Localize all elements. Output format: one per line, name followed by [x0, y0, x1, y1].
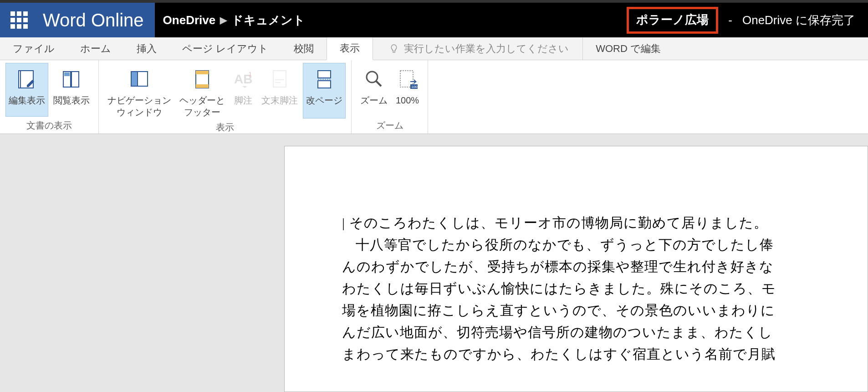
svg-text:100: 100	[411, 85, 418, 89]
brand-block: Word Online	[0, 3, 155, 37]
nav-pane-button[interactable]: ナビゲーション ウィンドウ	[104, 63, 174, 119]
svg-text:1: 1	[249, 71, 252, 77]
breadcrumb-root[interactable]: OneDrive	[163, 13, 216, 27]
tell-me-placeholder: 実行したい作業を入力してください	[404, 42, 569, 56]
svg-line-19	[376, 81, 381, 86]
edit-in-word[interactable]: WORD で編集	[583, 37, 674, 60]
ribbon-group-zoom: ズーム 100 100% ズーム	[352, 60, 428, 134]
svg-rect-3	[71, 72, 79, 87]
chevron-right-icon: ▶	[220, 15, 227, 26]
ribbon-group-show: ナビゲーション ウィンドウ ヘッダーと フッター AB1 脚注 文末脚注 改ペー…	[99, 60, 352, 134]
endnotes-label: 文末脚注	[261, 94, 298, 106]
nav-pane-label: ナビゲーション ウィンドウ	[107, 94, 171, 118]
document-canvas[interactable]: そのころわたくしは、モリーオ市の博物局に勤めて居りました。 十八等官でしたから役…	[0, 134, 868, 392]
tab-review[interactable]: 校閲	[281, 37, 327, 60]
saved-status: OneDrive に保存完了	[742, 12, 855, 28]
tell-me-search[interactable]: 実行したい作業を入力してください	[378, 37, 583, 60]
zoom-100-button[interactable]: 100 100%	[393, 63, 422, 117]
body-line: んのわずかでしたが、受持ちが標本の採集や整理で生れ付き好きな	[342, 256, 868, 278]
page-breaks-label: 改ページ	[306, 94, 342, 106]
svg-rect-6	[131, 72, 138, 86]
group-show-label: 表示	[104, 119, 346, 134]
svg-rect-4	[64, 72, 70, 76]
tab-file[interactable]: ファイル	[0, 37, 67, 60]
svg-rect-9	[196, 84, 209, 88]
svg-rect-8	[196, 71, 209, 74]
endnotes-icon	[271, 69, 288, 89]
app-title: Word Online	[43, 10, 144, 31]
svg-rect-15	[318, 71, 331, 78]
document-page[interactable]: そのころわたくしは、モリーオ市の博物局に勤めて居りました。 十八等官でしたから役…	[284, 146, 868, 392]
footnotes-button: AB1 脚注	[230, 63, 256, 119]
body-line: んだ広い地面が、切符売場や信号所の建物のついたまま、わたくし	[342, 321, 868, 343]
zoom-100-label: 100%	[396, 94, 419, 106]
title-bar: Word Online OneDrive ▶ ドキュメント ポラーノ広場 - O…	[0, 3, 868, 37]
zoom-100-icon: 100	[398, 69, 418, 89]
document-status: ポラーノ広場 - OneDrive に保存完了	[627, 3, 868, 37]
footnotes-label: 脚注	[234, 94, 252, 106]
editing-view-button[interactable]: 編集表示	[5, 63, 48, 117]
zoom-icon	[364, 69, 384, 89]
editing-view-icon	[17, 69, 37, 89]
separator-dash: -	[728, 13, 732, 27]
editing-view-label: 編集表示	[9, 94, 45, 106]
svg-point-18	[367, 72, 378, 83]
breadcrumb: OneDrive ▶ ドキュメント	[155, 3, 627, 37]
body-line: わたくしは毎日ずいぶん愉快にはたらきました。殊にそのころ、モ	[342, 278, 868, 299]
header-footer-label: ヘッダーと フッター	[179, 94, 225, 118]
app-launcher-icon[interactable]	[8, 11, 30, 29]
page-breaks-icon	[316, 69, 332, 89]
header-footer-button[interactable]: ヘッダーと フッター	[176, 63, 228, 119]
zoom-button[interactable]: ズーム	[357, 63, 391, 117]
body-line: そのころわたくしは、モリーオ市の博物局に勤めて居りました。	[342, 212, 868, 234]
page-breaks-button[interactable]: 改ページ	[303, 63, 346, 119]
reading-view-label: 閲覧表示	[53, 94, 90, 106]
reading-view-button[interactable]: 閲覧表示	[50, 63, 93, 117]
document-name[interactable]: ポラーノ広場	[627, 7, 718, 34]
nav-pane-icon	[129, 69, 149, 89]
reading-view-icon	[61, 69, 82, 89]
footnotes-icon: AB1	[233, 69, 253, 89]
header-footer-icon	[193, 69, 211, 89]
tab-layout[interactable]: ページ レイアウト	[169, 37, 281, 60]
body-line: まわって来たものですから、わたくしはすぐ宿直という名前で月賦	[342, 343, 868, 365]
ribbon-group-views: 編集表示 閲覧表示 文書の表示	[0, 60, 99, 134]
svg-rect-16	[318, 81, 331, 88]
lightbulb-icon	[388, 43, 399, 54]
ribbon-tabs: ファイル ホーム 挿入 ページ レイアウト 校閲 表示 実行したい作業を入力して…	[0, 37, 868, 60]
group-views-label: 文書の表示	[5, 117, 93, 133]
body-line: 場を植物園に拵こしらえ直すというので、その景色のいいまわりに	[342, 299, 868, 321]
zoom-label: ズーム	[360, 94, 388, 106]
tab-home[interactable]: ホーム	[67, 37, 124, 60]
body-line: 十八等官でしたから役所のなかでも、ずうっと下の方でしたし俸	[342, 234, 868, 256]
tab-insert[interactable]: 挿入	[124, 37, 169, 60]
breadcrumb-folder[interactable]: ドキュメント	[231, 12, 305, 28]
ribbon-view: 編集表示 閲覧表示 文書の表示 ナビゲーション ウィンドウ ヘッダーと フッター…	[0, 60, 868, 134]
svg-rect-12	[273, 71, 286, 87]
endnotes-button: 文末脚注	[258, 63, 301, 119]
tab-view[interactable]: 表示	[327, 37, 373, 60]
group-zoom-label: ズーム	[357, 117, 422, 133]
